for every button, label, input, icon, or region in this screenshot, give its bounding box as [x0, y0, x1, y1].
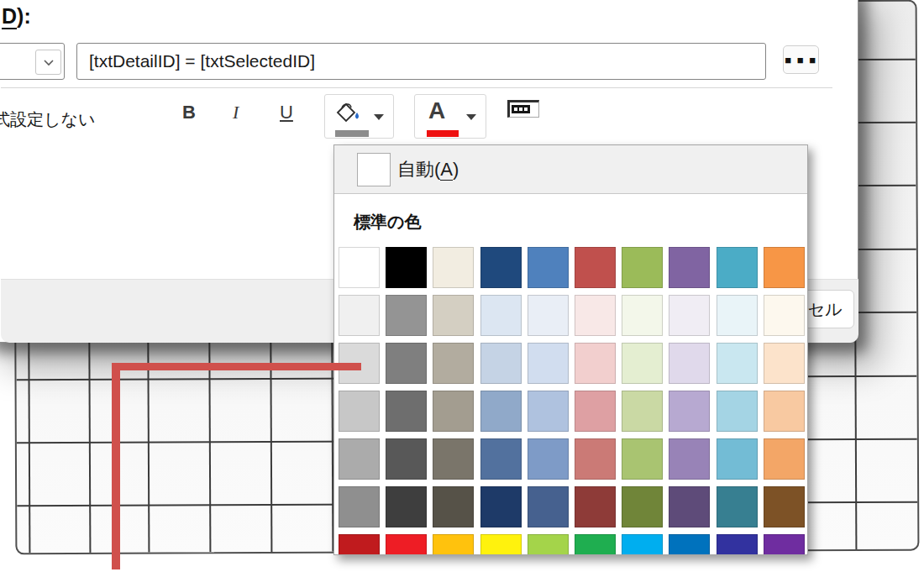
color-swatch[interactable] [433, 534, 474, 555]
color-swatch[interactable] [433, 343, 474, 384]
format-preview-label: 式設定しない [0, 108, 95, 131]
field-box-icon [512, 105, 530, 113]
field-label: D): [2, 4, 31, 29]
color-swatch[interactable] [622, 295, 663, 336]
color-swatch[interactable] [480, 486, 522, 527]
color-swatch[interactable] [622, 534, 663, 555]
color-swatch[interactable] [528, 391, 569, 432]
color-swatch[interactable] [433, 438, 474, 480]
paint-bucket-icon [332, 100, 362, 125]
expression-input[interactable] [76, 43, 766, 80]
color-swatch[interactable] [480, 295, 522, 336]
color-swatch[interactable] [717, 438, 758, 480]
annotation-line-horizontal [112, 363, 361, 370]
color-swatch[interactable] [669, 438, 710, 480]
color-swatch[interactable] [764, 343, 805, 384]
color-swatch[interactable] [528, 486, 569, 527]
toolbar-divider [1, 87, 832, 88]
color-swatch[interactable] [386, 295, 427, 336]
fill-color-button[interactable] [324, 94, 394, 139]
color-swatch[interactable] [480, 343, 522, 384]
color-swatch[interactable] [528, 295, 569, 336]
color-swatch[interactable] [386, 438, 427, 480]
color-swatch[interactable] [480, 391, 522, 432]
color-swatch[interactable] [622, 391, 663, 432]
color-swatch[interactable] [575, 343, 616, 384]
color-swatch[interactable] [622, 486, 663, 527]
color-swatch[interactable] [764, 438, 805, 480]
color-swatch[interactable] [528, 438, 569, 480]
color-swatch[interactable] [764, 247, 805, 288]
chevron-down-icon [43, 59, 55, 66]
automatic-color-label: 自動(A) [397, 145, 459, 193]
color-swatch[interactable] [339, 534, 380, 555]
color-swatch[interactable] [386, 486, 427, 527]
font-color-glyph: A [428, 97, 445, 124]
fill-color-bar [335, 130, 369, 137]
color-swatch[interactable] [669, 534, 710, 555]
color-swatch[interactable] [764, 534, 805, 555]
font-color-caret-icon[interactable] [466, 114, 476, 120]
color-swatch[interactable] [575, 295, 616, 336]
bold-button[interactable]: B [182, 102, 196, 123]
color-swatch[interactable] [386, 247, 427, 288]
color-swatch[interactable] [575, 438, 616, 480]
color-swatch[interactable] [575, 534, 616, 555]
color-swatch[interactable] [575, 391, 616, 432]
color-swatch[interactable] [717, 534, 758, 555]
color-swatch[interactable] [386, 534, 427, 555]
standard-colors-header: 標準の色 [354, 211, 421, 234]
color-swatch[interactable] [764, 295, 805, 336]
color-swatch[interactable] [669, 343, 710, 384]
color-swatch[interactable] [669, 295, 710, 336]
font-color-button[interactable]: A [414, 94, 486, 139]
automatic-color-swatch [357, 153, 391, 186]
color-swatch[interactable] [386, 343, 427, 384]
color-swatch[interactable] [480, 534, 522, 555]
color-swatch[interactable] [339, 295, 380, 336]
condition-type-combo[interactable] [0, 43, 65, 80]
color-swatch[interactable] [339, 438, 380, 480]
color-swatch[interactable] [717, 247, 758, 288]
color-swatch[interactable] [339, 247, 380, 288]
color-swatch[interactable] [764, 391, 805, 432]
color-swatch[interactable] [575, 486, 616, 527]
color-swatch[interactable] [386, 391, 427, 432]
color-swatch[interactable] [433, 391, 474, 432]
color-swatch[interactable] [528, 247, 569, 288]
color-swatch[interactable] [528, 534, 569, 555]
fill-color-caret-icon[interactable] [374, 114, 384, 120]
color-swatch[interactable] [717, 295, 758, 336]
color-swatch[interactable] [480, 438, 522, 480]
color-swatch[interactable] [717, 486, 758, 527]
underline-button[interactable]: U [280, 102, 293, 123]
color-swatch[interactable] [622, 247, 663, 288]
color-swatch[interactable] [339, 486, 380, 527]
color-swatch[interactable] [575, 247, 616, 288]
italic-button[interactable]: I [233, 102, 239, 123]
enabled-toggle-button[interactable] [507, 100, 539, 118]
color-swatch[interactable] [528, 343, 569, 384]
color-swatch[interactable] [717, 343, 758, 384]
automatic-color-item[interactable]: 自動(A) [334, 145, 807, 194]
color-swatch[interactable] [764, 486, 805, 527]
screenshot-stage: D): ■ ■ ■ 式設定しない B I U [0, 0, 924, 572]
color-swatch[interactable] [622, 343, 663, 384]
color-swatch[interactable] [622, 438, 663, 480]
annotation-line-vertical [112, 363, 120, 569]
color-swatch[interactable] [433, 247, 474, 288]
combo-dropdown-button[interactable] [35, 50, 61, 75]
color-swatch[interactable] [433, 295, 474, 336]
color-swatch[interactable] [480, 247, 522, 288]
builder-button[interactable]: ■ ■ ■ [783, 45, 819, 74]
color-swatch[interactable] [669, 391, 710, 432]
color-swatch[interactable] [669, 247, 710, 288]
font-color-bar [427, 130, 459, 137]
color-picker-popup: 自動(A) 標準の色 [333, 144, 808, 555]
color-swatch[interactable] [717, 391, 758, 432]
color-swatch[interactable] [433, 486, 474, 527]
color-swatch[interactable] [669, 486, 710, 527]
color-swatch[interactable] [339, 391, 380, 432]
